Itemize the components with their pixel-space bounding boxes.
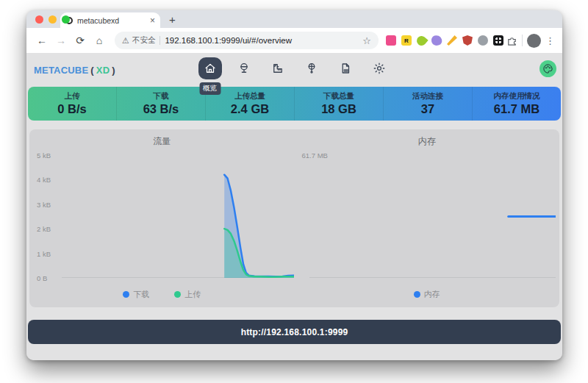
warning-icon: ⚠ bbox=[122, 36, 129, 46]
stat-value: 18 GB bbox=[321, 102, 356, 116]
stat-value: 2.4 GB bbox=[231, 102, 269, 116]
nav-config-button[interactable] bbox=[368, 57, 391, 79]
y-tick-label: 2 kB bbox=[37, 225, 51, 233]
nav-tooltip: 概览 bbox=[199, 82, 220, 95]
legend-label: 内存 bbox=[424, 289, 440, 300]
stat-label: 下载总量 bbox=[323, 91, 354, 101]
y-axis-ticks: 5 kB4 kB3 kB2 kB1 kB0 B bbox=[37, 155, 60, 278]
memory-legend: 内存 bbox=[295, 289, 560, 300]
network-pin-icon bbox=[305, 62, 318, 75]
nav-connections-button[interactable] bbox=[300, 57, 323, 79]
nav-overview-button[interactable]: 概览 bbox=[198, 57, 222, 79]
extension-purple-blob-icon[interactable] bbox=[430, 34, 443, 47]
address-bar[interactable]: ⚠ 不安全 192.168.100.1:9999/ui/#/overview ☆ bbox=[115, 32, 379, 49]
legend-item[interactable]: 下载 bbox=[123, 289, 149, 300]
browser-tab[interactable]: metacubexd × bbox=[60, 12, 160, 28]
stat-label: 下载 bbox=[154, 91, 169, 101]
stat-cell: 内存使用情况61.7 MB bbox=[472, 87, 561, 121]
stat-value: 0 B/s bbox=[57, 102, 86, 116]
brand-name: METACUBE bbox=[34, 65, 88, 76]
legend-item[interactable]: 上传 bbox=[174, 289, 201, 300]
toolbar-divider bbox=[522, 35, 523, 46]
chart-title: 内存 bbox=[295, 135, 560, 148]
zoom-window-button[interactable] bbox=[62, 15, 70, 24]
stat-value: 37 bbox=[421, 102, 434, 116]
app-header: METACUBE ( XD ) 概览 bbox=[28, 53, 561, 87]
bookmark-star-icon[interactable]: ☆ bbox=[362, 35, 371, 46]
main-nav: 概览 bbox=[198, 57, 391, 79]
brand-suffix: XD bbox=[96, 65, 110, 76]
tab-strip: metacubexd × + bbox=[26, 10, 562, 28]
url-text[interactable]: 192.168.100.1:9999/ui/#/overview bbox=[165, 36, 358, 45]
tab-title: metacubexd bbox=[77, 16, 146, 25]
forward-icon[interactable]: → bbox=[53, 35, 69, 46]
minimize-window-button[interactable] bbox=[49, 15, 57, 24]
extension-orange-pen-icon[interactable] bbox=[447, 35, 457, 46]
stats-bar: 上传0 B/s下载63 B/s上传总量2.4 GB下载总量18 GB活动连接37… bbox=[28, 87, 561, 121]
backend-url-text: http://192.168.100.1:9999 bbox=[241, 327, 348, 337]
y-tick-label: 5 kB bbox=[37, 151, 51, 160]
y-tick-label: 4 kB bbox=[37, 176, 51, 184]
stat-label: 内存使用情况 bbox=[494, 91, 540, 101]
legend-dot-icon bbox=[414, 291, 420, 298]
stat-value: 61.7 MB bbox=[494, 102, 539, 116]
legend-label: 下载 bbox=[133, 289, 149, 300]
close-window-button[interactable] bbox=[35, 15, 43, 24]
window-controls bbox=[35, 15, 70, 24]
legend-dot-icon bbox=[174, 291, 181, 298]
chip-divider bbox=[159, 36, 160, 45]
stat-cell: 活动连接37 bbox=[383, 87, 472, 121]
stat-cell: 上传0 B/s bbox=[28, 87, 116, 121]
traffic-chart: 流量 5 kB4 kB3 kB2 kB1 kB0 B 下载上传 bbox=[29, 129, 295, 307]
extension-green-leaf-icon[interactable] bbox=[415, 34, 428, 47]
browser-home-icon[interactable]: ⌂ bbox=[91, 35, 107, 46]
profile-avatar[interactable] bbox=[527, 34, 541, 48]
stat-cell: 下载63 B/s bbox=[116, 87, 205, 121]
nav-proxies-button[interactable] bbox=[232, 57, 256, 79]
gear-icon bbox=[373, 62, 386, 75]
y-tick-label: 1 kB bbox=[37, 249, 51, 257]
extension-black-grid-icon[interactable] bbox=[493, 35, 503, 46]
security-label: 不安全 bbox=[132, 35, 156, 46]
legend-dot-icon bbox=[123, 291, 129, 298]
stat-label: 活动连接 bbox=[412, 91, 443, 101]
stat-cell: 下载总量18 GB bbox=[294, 87, 383, 121]
memory-plot-area[interactable] bbox=[309, 155, 556, 278]
ruler-icon bbox=[271, 62, 284, 75]
brand-paren-close: ) bbox=[112, 65, 115, 76]
traffic-plot-area[interactable] bbox=[62, 155, 294, 278]
security-chip[interactable]: ⚠ 不安全 bbox=[122, 35, 155, 46]
nav-logs-button[interactable] bbox=[334, 57, 357, 79]
memory-chart: 内存 61.7 MB 内存 bbox=[295, 129, 560, 307]
reload-icon[interactable]: ⟳ bbox=[72, 35, 88, 46]
metacubexd-app: METACUBE ( XD ) 概览 bbox=[26, 53, 562, 360]
backend-url-bar[interactable]: http://192.168.100.1:9999 bbox=[28, 320, 561, 344]
browser-menu-icon[interactable]: ⋮ bbox=[545, 35, 555, 46]
stat-label: 上传 bbox=[65, 91, 80, 101]
stat-value: 63 B/s bbox=[143, 102, 179, 116]
traffic-legend: 下载上传 bbox=[29, 289, 295, 300]
extensions-puzzle-icon[interactable] bbox=[506, 35, 517, 46]
legend-item[interactable]: 内存 bbox=[414, 289, 440, 300]
extensions-row: R bbox=[386, 35, 503, 46]
nav-rules-button[interactable] bbox=[266, 57, 290, 79]
extension-pink-badge-icon[interactable] bbox=[386, 35, 396, 46]
brand-logo[interactable]: METACUBE ( XD ) bbox=[34, 65, 115, 76]
legend-label: 上传 bbox=[184, 289, 201, 300]
extension-red-shield-icon[interactable] bbox=[462, 35, 473, 46]
y-tick-label: 0 B bbox=[37, 274, 47, 282]
extension-gray-circle-icon[interactable] bbox=[478, 35, 488, 46]
palette-icon bbox=[542, 63, 553, 74]
home-icon bbox=[204, 62, 217, 75]
stat-label: 上传总量 bbox=[234, 91, 265, 101]
new-tab-button[interactable]: + bbox=[169, 13, 176, 26]
chart-title: 流量 bbox=[29, 135, 295, 148]
charts-panel: 流量 5 kB4 kB3 kB2 kB1 kB0 B 下载上传 内存 61.7 … bbox=[29, 129, 559, 307]
extension-yellow-r-icon[interactable]: R bbox=[401, 35, 412, 46]
globe-stand-icon bbox=[237, 62, 251, 75]
brand-paren-open: ( bbox=[90, 65, 94, 76]
theme-switcher-button[interactable] bbox=[539, 60, 556, 77]
back-icon[interactable]: ← bbox=[34, 35, 50, 46]
tab-close-icon[interactable]: × bbox=[150, 15, 155, 26]
y-tick-label: 3 kB bbox=[37, 200, 51, 208]
